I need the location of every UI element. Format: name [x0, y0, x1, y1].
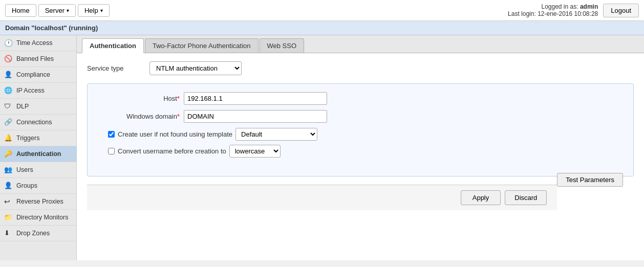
home-button[interactable]: Home — [5, 4, 36, 17]
convert-username-checkbox[interactable] — [108, 148, 115, 154]
apply-button[interactable]: Apply — [461, 190, 501, 205]
convert-username-label: Convert username before creation to — [118, 147, 226, 155]
service-type-label: Service type — [87, 64, 143, 72]
sidebar-item-triggers[interactable]: Triggers — [0, 130, 76, 146]
logout-button[interactable]: Logout — [603, 4, 639, 17]
logged-in-label: Logged in as: admin — [508, 3, 598, 10]
template-select[interactable]: Default — [235, 128, 317, 141]
connections-icon — [4, 118, 13, 126]
groups-icon — [4, 182, 13, 190]
sidebar-label-triggers: Triggers — [16, 135, 39, 142]
sidebar-item-compliance[interactable]: Compliance — [0, 67, 76, 83]
windows-domain-input[interactable] — [184, 110, 327, 123]
last-login-value: 12-ene-2016 10:08:28 — [538, 10, 598, 17]
last-login: Last login: 12-ene-2016 10:08:28 — [508, 10, 598, 17]
sidebar-label-ip-access: IP Access — [16, 87, 45, 94]
top-nav: Home Server Help Logged in as: admin Las… — [0, 0, 644, 21]
logged-in-prefix: Logged in as: — [541, 3, 578, 10]
sidebar-item-groups[interactable]: Groups — [0, 178, 76, 194]
sidebar-label-drop-zones: Drop Zones — [16, 230, 50, 237]
sidebar-item-drop-zones[interactable]: Drop Zones — [0, 226, 76, 241]
sidebar-item-time-access[interactable]: Time Access — [0, 35, 76, 51]
windows-domain-label: Windows domain* — [98, 113, 180, 120]
host-row: Host* — [98, 92, 623, 105]
sidebar-label-banned-files: Banned Files — [16, 55, 54, 62]
sidebar-label-users: Users — [16, 166, 33, 173]
auth-icon — [4, 150, 13, 158]
inner-form-box: Host* Windows domain* Create user if not… — [87, 83, 634, 176]
compliance-icon — [4, 71, 13, 79]
sidebar-item-reverse-proxies[interactable]: Reverse Proxies — [0, 194, 76, 210]
domain-header: Domain "localhost" (running) — [0, 21, 644, 35]
sidebar: Time Access Banned Files Compliance IP A… — [0, 35, 77, 260]
sidebar-item-banned-files[interactable]: Banned Files — [0, 51, 76, 67]
create-user-checkbox[interactable] — [108, 131, 115, 138]
username: admin — [580, 3, 598, 10]
sidebar-label-authentication: Authentication — [16, 150, 61, 158]
sidebar-item-authentication[interactable]: Authentication — [0, 146, 76, 162]
sidebar-label-reverse-proxies: Reverse Proxies — [16, 198, 63, 205]
dlp-icon — [4, 102, 13, 110]
tab-two-factor[interactable]: Two-Factor Phone Authentication — [145, 38, 259, 53]
directory-icon — [4, 213, 13, 221]
test-parameters-button[interactable]: Test Parameters — [557, 173, 623, 187]
main-layout: Time Access Banned Files Compliance IP A… — [0, 35, 644, 260]
clock-icon — [4, 39, 13, 47]
create-user-row: Create user if not found using template … — [98, 128, 623, 141]
sidebar-label-compliance: Compliance — [16, 71, 50, 78]
convert-username-row: Convert username before creation to lowe… — [98, 145, 623, 158]
ip-icon — [4, 86, 13, 95]
tab-bar: Authentication Two-Factor Phone Authenti… — [77, 35, 644, 53]
form-area: Service type NTLM authentication LDAP au… — [77, 53, 644, 218]
service-type-select[interactable]: NTLM authentication LDAP authentication … — [149, 61, 242, 75]
sidebar-label-connections: Connections — [16, 119, 52, 126]
help-button[interactable]: Help — [78, 4, 110, 17]
nav-left: Home Server Help — [5, 4, 110, 17]
users-icon — [4, 166, 13, 174]
tab-web-sso[interactable]: Web SSO — [260, 38, 305, 53]
service-type-row: Service type NTLM authentication LDAP au… — [87, 61, 634, 75]
create-user-label: Create user if not found using template — [118, 130, 232, 138]
banned-icon — [4, 55, 13, 63]
triggers-icon — [4, 134, 13, 142]
nav-right: Logged in as: admin Last login: 12-ene-2… — [508, 3, 639, 17]
sidebar-label-time-access: Time Access — [16, 39, 52, 47]
sidebar-item-connections[interactable]: Connections — [0, 115, 76, 130]
host-label: Host* — [98, 95, 180, 102]
discard-button[interactable]: Discard — [505, 190, 547, 205]
last-login-label: Last login: — [508, 10, 536, 17]
windows-domain-required: * — [177, 113, 180, 120]
sidebar-item-dlp[interactable]: DLP — [0, 99, 76, 115]
content-area: Authentication Two-Factor Phone Authenti… — [77, 35, 644, 260]
host-required: * — [177, 95, 180, 102]
sidebar-label-dlp: DLP — [16, 103, 29, 110]
sidebar-label-directory-monitors: Directory Monitors — [16, 214, 68, 221]
windows-domain-row: Windows domain* — [98, 110, 623, 123]
action-bar: Apply Discard — [87, 185, 557, 210]
sidebar-item-users[interactable]: Users — [0, 162, 76, 178]
host-input[interactable] — [184, 92, 327, 105]
reverse-icon — [4, 197, 13, 206]
sidebar-item-directory-monitors[interactable]: Directory Monitors — [0, 210, 76, 226]
tab-authentication[interactable]: Authentication — [82, 38, 144, 53]
server-button[interactable]: Server — [38, 4, 76, 17]
sidebar-label-groups: Groups — [16, 182, 37, 189]
user-info: Logged in as: admin Last login: 12-ene-2… — [508, 3, 598, 17]
convert-select[interactable]: lowercase uppercase — [229, 145, 281, 158]
sidebar-item-ip-access[interactable]: IP Access — [0, 83, 76, 99]
drop-icon — [4, 229, 13, 237]
